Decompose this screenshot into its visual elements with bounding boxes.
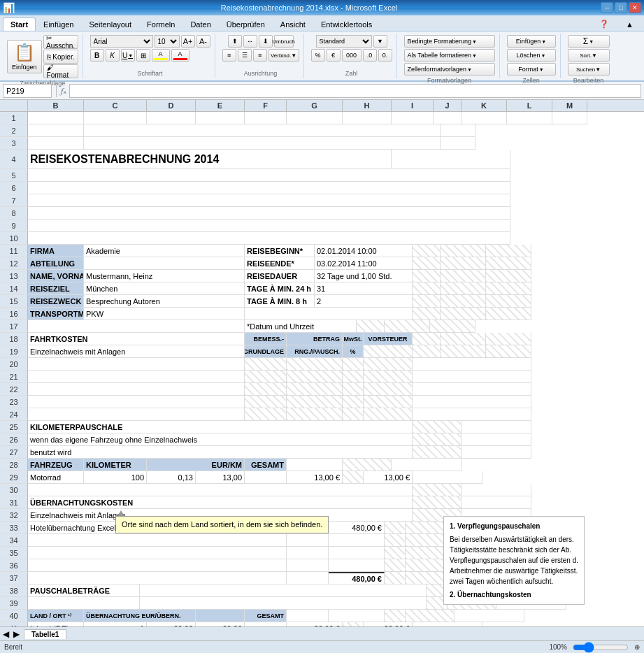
cell-row23-rest[interactable] xyxy=(413,396,531,408)
cell-rest29[interactable] xyxy=(413,471,482,484)
cell-i19[interactable] xyxy=(364,345,413,358)
cell-j14[interactable] xyxy=(413,282,441,295)
cell-g28[interactable] xyxy=(287,459,343,471)
cell-row10[interactable] xyxy=(28,232,510,245)
collapse-ribbon-button[interactable]: ▲ xyxy=(618,17,641,31)
tab-entwickler[interactable]: Entwicklertools xyxy=(313,17,380,31)
cell-b38[interactable]: PAUSCHALBETRÄGE xyxy=(28,584,140,597)
col-header-c[interactable]: C xyxy=(84,100,147,111)
row-num-28[interactable]: 28 xyxy=(0,459,28,471)
cell-c28[interactable]: KILOMETER xyxy=(84,459,147,471)
currency-button[interactable]: € xyxy=(327,49,341,62)
cell-row22-i[interactable] xyxy=(364,383,413,396)
cell-c29[interactable]: 100 xyxy=(84,471,147,484)
als-tabelle-button[interactable]: Als Tabelle formatieren▼ xyxy=(404,49,495,62)
cell-f14[interactable]: TAGE À MIN. 24 h xyxy=(245,282,315,295)
cell-i26[interactable] xyxy=(413,433,461,446)
cell-l17[interactable] xyxy=(430,320,475,333)
cell-j11[interactable] xyxy=(413,245,441,257)
cell-k11[interactable] xyxy=(441,245,486,257)
cell-row20-i[interactable] xyxy=(364,358,413,371)
cell-c15[interactable]: Besprechung Autoren xyxy=(84,295,245,308)
cell-g29[interactable]: 13,00 € xyxy=(287,471,343,484)
cell-row20-b[interactable] xyxy=(28,358,245,371)
cell-f18[interactable]: BEMESS.- xyxy=(245,333,287,345)
cell-k1[interactable] xyxy=(461,112,507,124)
cell-row23-f[interactable] xyxy=(245,396,287,408)
cell-c40[interactable]: ÜBERNACHTUNG EUR/ÜBERN. xyxy=(84,610,196,622)
sortieren-button[interactable]: Sort.▼ xyxy=(568,49,610,62)
cell-j13[interactable] xyxy=(413,270,441,282)
maximize-button[interactable]: □ xyxy=(615,2,627,13)
underline-button[interactable]: U▼ xyxy=(121,49,135,62)
col-header-b[interactable]: B xyxy=(28,100,84,111)
cell-b16[interactable]: TRANSPORTMITTEL xyxy=(28,308,84,320)
cell-i25[interactable] xyxy=(413,421,461,433)
cell-g34[interactable] xyxy=(329,534,385,547)
cell-i29[interactable]: 13,00 € xyxy=(364,471,413,484)
cell-l14[interactable] xyxy=(486,282,531,295)
col-header-g[interactable]: G xyxy=(287,100,343,111)
align-center-button[interactable]: ☰ xyxy=(238,49,252,62)
cell-row37-b[interactable] xyxy=(28,572,287,584)
tab-ansicht[interactable]: Ansicht xyxy=(273,17,313,31)
cell-row23-b[interactable] xyxy=(28,396,245,408)
row-num-4[interactable]: 4 xyxy=(0,150,28,169)
cell-h36[interactable] xyxy=(385,559,406,572)
cell-row23-i[interactable] xyxy=(364,396,413,408)
cell-j25[interactable] xyxy=(461,421,531,433)
row-num-16[interactable]: 16 xyxy=(0,308,28,320)
cell-b17[interactable] xyxy=(28,320,245,333)
cell-b15[interactable]: REISEZWECK xyxy=(28,295,84,308)
cell-f19[interactable]: GRUNDLAGE xyxy=(245,345,287,358)
cell-f29[interactable] xyxy=(245,471,287,484)
row-num-22[interactable]: 22 xyxy=(0,383,28,396)
cell-j15[interactable] xyxy=(413,295,441,308)
paste-button[interactable]: 📋 Einfügen xyxy=(7,40,42,73)
cell-row22-rest[interactable] xyxy=(413,383,531,396)
row-num-25[interactable]: 25 xyxy=(0,421,28,433)
tab-start[interactable]: Start xyxy=(3,17,36,31)
cell-b11[interactable]: FIRMA xyxy=(28,245,84,257)
suchen-button[interactable]: Suchen▼ xyxy=(568,63,610,76)
corner-cell[interactable] xyxy=(0,100,28,111)
cell-g1[interactable] xyxy=(287,112,343,124)
cell-b26[interactable]: wenn das eigene Fahrzeug ohne Einzelnach… xyxy=(28,433,413,446)
cell-h40[interactable] xyxy=(385,610,406,622)
cell-f15[interactable]: TAGE À MIN. 8 h xyxy=(245,295,315,308)
cell-row6[interactable] xyxy=(28,182,510,194)
cell-b39[interactable] xyxy=(28,597,140,610)
cell-g15[interactable]: 2 xyxy=(315,295,413,308)
align-middle-button[interactable]: ↔ xyxy=(243,35,257,48)
row-num-6[interactable]: 6 xyxy=(0,182,28,194)
row-num-26[interactable]: 26 xyxy=(0,433,28,446)
cell-j19[interactable] xyxy=(413,345,441,358)
cut-button[interactable]: ✂ Ausschn. xyxy=(43,35,78,49)
cell-k12[interactable] xyxy=(441,257,486,270)
cell-e40[interactable]: GESAMT xyxy=(245,610,287,622)
increase-font-button[interactable]: A+ xyxy=(181,35,195,48)
row-num-30[interactable]: 30 xyxy=(0,484,28,496)
cell-j2[interactable] xyxy=(441,124,475,137)
cell-l11[interactable] xyxy=(486,245,531,257)
row-num-3[interactable]: 3 xyxy=(0,137,28,150)
thousands-button[interactable]: 000 xyxy=(342,49,362,62)
cell-row24-i[interactable] xyxy=(364,408,413,421)
font-size-select[interactable]: 10 xyxy=(155,35,180,48)
cell-f35[interactable] xyxy=(287,547,329,559)
row-num-10[interactable]: 10 xyxy=(0,232,28,245)
cell-row21-b[interactable] xyxy=(28,371,245,383)
cell-row30[interactable] xyxy=(28,484,413,496)
help-button[interactable]: ❓ xyxy=(592,17,617,31)
col-header-j[interactable]: J xyxy=(434,100,461,111)
cell-row20-f[interactable] xyxy=(245,358,287,371)
cell-row21-f[interactable] xyxy=(245,371,287,383)
cell-k18[interactable] xyxy=(441,333,486,345)
cell-g12[interactable]: 03.02.2014 11:00 xyxy=(315,257,413,270)
row-num-9[interactable]: 9 xyxy=(0,220,28,232)
cell-c2-span[interactable] xyxy=(84,124,441,137)
row-num-14[interactable]: 14 xyxy=(0,282,28,295)
cell-row24-b[interactable] xyxy=(28,408,245,421)
cell-h29[interactable] xyxy=(343,471,364,484)
cell-l13[interactable] xyxy=(486,270,531,282)
